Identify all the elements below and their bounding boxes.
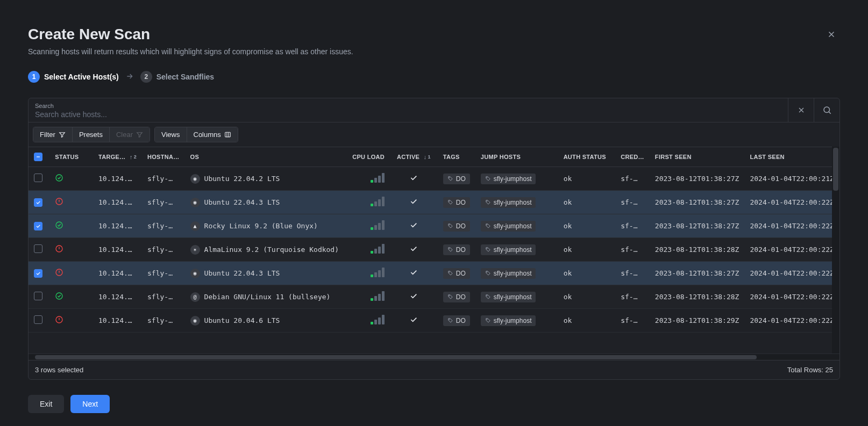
tag-badge[interactable]: DO — [443, 197, 470, 208]
step-1-number: 1 — [28, 71, 40, 83]
stepper: 1 Select Active Host(s) 2 Select Sandfli… — [28, 71, 840, 83]
search-field[interactable]: Search — [29, 98, 788, 122]
columns-label: Columns — [194, 131, 221, 139]
os-alma-icon: ✶ — [190, 245, 200, 255]
jump-host-badge[interactable]: sfly-jumphost — [481, 315, 536, 326]
cell-os: ▲Rocky Linux 9.2 (Blue Onyx) — [185, 214, 344, 238]
cell-last-seen: 2024-01-04T22:00:21Z — [744, 167, 839, 191]
jump-host-badge[interactable]: sfly-jumphost — [481, 268, 536, 279]
clear-filter-button[interactable]: Clear — [109, 127, 150, 142]
tag-badge[interactable]: DO — [443, 268, 470, 279]
create-scan-modal: Create New Scan Scanning hosts will retu… — [0, 0, 868, 426]
col-header-active[interactable]: ACTIVE ↓1 — [390, 147, 438, 167]
select-all-checkbox[interactable] — [34, 153, 42, 161]
cell-tags: DO — [438, 309, 475, 333]
table-scroll-area[interactable]: STATUS TARGE… ↑2 HOSTNA… OS CPU LOAD ACT… — [29, 147, 839, 353]
views-label: Views — [161, 131, 180, 139]
views-button[interactable]: Views — [155, 127, 186, 142]
cell-jump-hosts: sfly-jumphost — [475, 214, 558, 238]
cell-cpu-load — [344, 214, 390, 238]
table-row[interactable]: 10.124.…sfly-…◉Ubuntu 20.04.6 LTSDOsfly-… — [29, 309, 839, 333]
tag-badge[interactable]: DO — [443, 292, 470, 302]
cell-last-seen: 2024-01-04T22:00:22Z — [744, 262, 839, 285]
horizontal-scroll-thumb[interactable] — [35, 355, 757, 359]
col-header-select[interactable] — [29, 147, 49, 167]
cpu-bars-icon — [371, 291, 385, 301]
columns-button[interactable]: Columns — [187, 127, 238, 142]
jump-host-label: sfly-jumphost — [494, 222, 532, 230]
cell-active — [390, 191, 438, 214]
cell-cpu-load — [344, 262, 390, 285]
jump-host-label: sfly-jumphost — [494, 270, 532, 277]
os-rocky-icon: ▲ — [190, 221, 200, 231]
close-button[interactable] — [823, 26, 840, 43]
tag-badge[interactable]: DO — [443, 244, 470, 255]
row-checkbox[interactable] — [34, 198, 42, 207]
col-header-auth[interactable]: AUTH STATUS — [558, 147, 616, 167]
table-row[interactable]: 10.124.…sfly-…▲Rocky Linux 9.2 (Blue Ony… — [29, 214, 839, 238]
jump-host-badge[interactable]: sfly-jumphost — [481, 292, 536, 302]
status-error-icon — [55, 197, 63, 206]
cell-tags: DO — [438, 214, 475, 238]
cell-last-seen: 2024-01-04T22:00:22Z — [744, 238, 839, 262]
table-row[interactable]: 10.124.…sfly-…◉Ubuntu 22.04.2 LTSDOsfly-… — [29, 167, 839, 191]
row-checkbox[interactable] — [34, 292, 42, 300]
cell-hostname: sfly-… — [142, 238, 185, 262]
col-header-tags[interactable]: TAGS — [438, 147, 475, 167]
svg-point-19 — [487, 295, 487, 296]
tag-badge[interactable]: DO — [443, 221, 470, 232]
search-icon — [822, 105, 832, 115]
jump-host-badge[interactable]: sfly-jumphost — [481, 197, 536, 208]
search-submit-button[interactable] — [814, 98, 839, 122]
horizontal-scrollbar[interactable] — [29, 353, 839, 360]
cell-credentials: sf-… — [615, 285, 650, 309]
col-header-cpu[interactable]: CPU LOAD — [344, 147, 390, 167]
jump-host-badge[interactable]: sfly-jumphost — [481, 174, 536, 184]
next-button[interactable]: Next — [70, 395, 110, 413]
active-sort-index: 1 — [428, 154, 430, 160]
table-row[interactable]: 10.124.…sfly-…◉Ubuntu 22.04.3 LTSDOsfly-… — [29, 262, 839, 285]
vertical-scrollbar[interactable] — [832, 147, 839, 353]
cell-first-seen: 2023-08-12T01:38:28Z — [650, 238, 745, 262]
table-row[interactable]: 10.124.…sfly-…@Debian GNU/Linux 11 (bull… — [29, 285, 839, 309]
table-row[interactable]: 10.124.…sfly-…◉Ubuntu 22.04.3 LTSDOsfly-… — [29, 191, 839, 214]
tag-badge[interactable]: DO — [443, 174, 470, 184]
row-checkbox[interactable] — [34, 222, 42, 230]
cell-first-seen: 2023-08-12T01:38:27Z — [650, 167, 745, 191]
filter-button[interactable]: Filter — [33, 127, 72, 142]
col-header-os[interactable]: OS — [185, 147, 344, 167]
col-header-cred[interactable]: CRED… — [615, 147, 650, 167]
jump-host-badge[interactable]: sfly-jumphost — [481, 244, 536, 255]
table-row[interactable]: 10.124.…sfly-…✶AlmaLinux 9.2 (Turquoise … — [29, 238, 839, 262]
jump-host-badge[interactable]: sfly-jumphost — [481, 221, 536, 232]
exit-button[interactable]: Exit — [28, 395, 64, 413]
os-ubuntu-icon: ◉ — [190, 316, 200, 326]
col-header-jump[interactable]: JUMP HOSTS — [475, 147, 558, 167]
search-input[interactable] — [35, 110, 781, 119]
check-icon — [409, 247, 418, 255]
step-2[interactable]: 2 Select Sandflies — [140, 71, 214, 83]
row-checkbox[interactable] — [34, 269, 42, 278]
row-checkbox[interactable] — [34, 244, 42, 253]
col-header-hostname[interactable]: HOSTNA… — [142, 147, 185, 167]
row-checkbox[interactable] — [34, 315, 42, 324]
row-checkbox[interactable] — [34, 174, 42, 182]
check-icon — [409, 294, 418, 302]
col-header-first[interactable]: FIRST SEEN — [650, 147, 745, 167]
svg-point-0 — [824, 107, 830, 113]
vertical-scroll-thumb[interactable] — [833, 148, 838, 191]
step-1[interactable]: 1 Select Active Host(s) — [28, 71, 119, 83]
cell-cpu-load — [344, 191, 390, 214]
target-sort-index: 2 — [134, 154, 137, 160]
presets-button[interactable]: Presets — [72, 127, 109, 142]
svg-point-17 — [56, 293, 62, 299]
svg-point-7 — [487, 201, 487, 201]
tag-badge[interactable]: DO — [443, 315, 470, 326]
search-clear-button[interactable] — [788, 98, 814, 122]
svg-point-21 — [449, 319, 450, 320]
col-header-last[interactable]: LAST SEEN — [744, 147, 839, 167]
cpu-bars-icon — [371, 315, 385, 324]
col-header-status[interactable]: STATUS — [49, 147, 93, 167]
col-header-target[interactable]: TARGE… ↑2 — [93, 147, 142, 167]
tag-label: DO — [456, 270, 466, 277]
